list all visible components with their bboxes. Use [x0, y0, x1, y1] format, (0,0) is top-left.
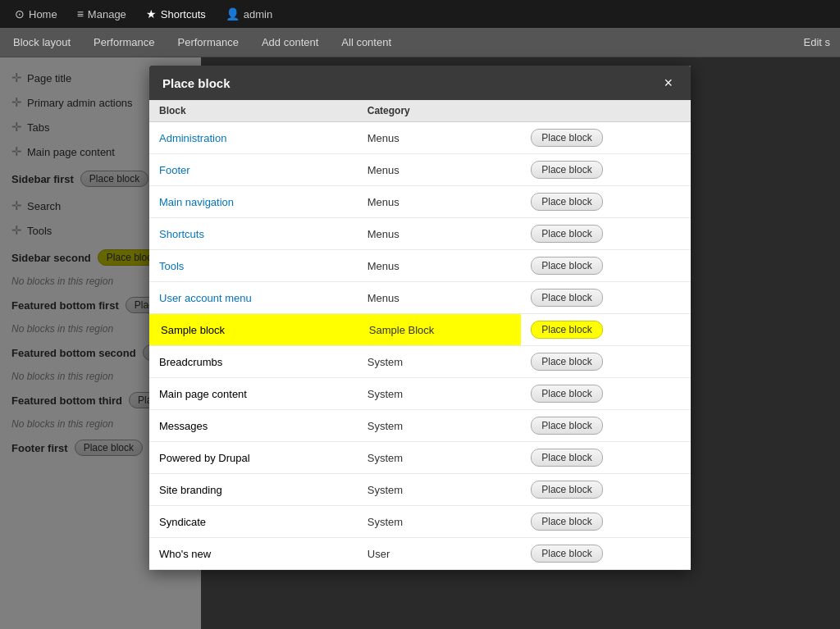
block-category-cell: System	[358, 474, 521, 506]
table-row: Main page contentSystemPlace block	[149, 378, 691, 410]
place-block-button[interactable]: Place block	[531, 289, 602, 307]
block-name-cell: Sample block	[149, 314, 358, 346]
col-category-header: Category	[358, 100, 521, 122]
block-category-cell: Sample Block	[358, 314, 521, 346]
block-name-link[interactable]: Administration	[159, 132, 226, 144]
nav-all-content[interactable]: All content	[338, 31, 395, 53]
nav-manage-label: Manage	[88, 8, 126, 21]
nav-admin-label: admin	[244, 8, 272, 21]
category-highlighted: Sample Block	[368, 323, 436, 337]
block-name-cell: Powered by Drupal	[149, 442, 358, 474]
modal-close-button[interactable]: ×	[659, 74, 678, 92]
table-row: Powered by DrupalSystemPlace block	[149, 442, 691, 474]
modal-table-wrap[interactable]: Block Category AdministrationMenusPlace …	[149, 100, 691, 570]
block-name-link[interactable]: Main navigation	[159, 196, 234, 208]
block-name-cell: Main navigation	[149, 186, 358, 218]
block-category-cell: System	[358, 442, 521, 474]
place-block-button[interactable]: Place block	[531, 225, 602, 243]
place-block-button[interactable]: Place block	[531, 129, 602, 147]
block-name-cell: Messages	[149, 410, 358, 442]
modal-title: Place block	[162, 76, 231, 90]
table-row: AdministrationMenusPlace block	[149, 122, 691, 154]
block-category-cell: Menus	[358, 250, 521, 282]
block-category-cell: Menus	[358, 122, 521, 154]
table-row: Main navigationMenusPlace block	[149, 186, 691, 218]
modal-overlay: Place block × Block Category Administrat…	[0, 57, 840, 629]
block-name-link[interactable]: Footer	[159, 164, 190, 176]
block-action-cell: Place block	[521, 186, 691, 218]
block-category-cell: System	[358, 410, 521, 442]
block-action-cell: Place block	[521, 410, 691, 442]
col-block-header: Block	[149, 100, 358, 122]
block-name-cell: Syndicate	[149, 506, 358, 538]
nav-block-layout[interactable]: Block layout	[10, 31, 74, 53]
place-block-button[interactable]: Place block	[531, 353, 602, 371]
block-name-link[interactable]: User account menu	[159, 292, 252, 304]
block-category-cell: Menus	[358, 154, 521, 186]
nav-performance2[interactable]: Performance	[175, 31, 242, 53]
block-action-cell: Place block	[521, 250, 691, 282]
block-category-cell: System	[358, 506, 521, 538]
star-icon: ★	[146, 7, 157, 21]
block-name-cell: Main page content	[149, 378, 358, 410]
nav-add-content[interactable]: Add content	[258, 31, 322, 53]
table-row: Sample blockSample BlockPlace block	[149, 314, 691, 346]
block-name-cell: Breadcrumbs	[149, 346, 358, 378]
nav-admin[interactable]: 👤 admin	[217, 4, 281, 24]
table-row: ToolsMenusPlace block	[149, 250, 691, 282]
block-name-link[interactable]: Tools	[159, 260, 184, 272]
place-block-button[interactable]: Place block	[531, 545, 602, 563]
block-name-cell: Footer	[149, 154, 358, 186]
block-action-cell: Place block	[521, 346, 691, 378]
place-block-button[interactable]: Place block	[531, 481, 602, 499]
block-action-cell: Place block	[521, 442, 691, 474]
block-action-cell: Place block	[521, 378, 691, 410]
block-name-cell: Administration	[149, 122, 358, 154]
block-action-cell: Place block	[521, 154, 691, 186]
place-block-button[interactable]: Place block	[531, 513, 602, 531]
place-block-button[interactable]: Place block	[531, 193, 602, 211]
nav-performance1[interactable]: Performance	[90, 31, 158, 53]
place-block-button[interactable]: Place block	[531, 417, 602, 435]
blocks-table: Block Category AdministrationMenusPlace …	[149, 100, 691, 570]
table-row: ShortcutsMenusPlace block	[149, 218, 691, 250]
place-block-button[interactable]: Place block	[531, 257, 602, 275]
block-name-link[interactable]: Shortcuts	[159, 228, 204, 240]
block-action-cell: Place block	[521, 506, 691, 538]
block-action-cell: Place block	[521, 314, 691, 346]
menu-icon: ≡	[77, 7, 84, 21]
place-block-button[interactable]: Place block	[531, 161, 602, 179]
nav-home[interactable]: ⊙ Home	[7, 4, 66, 24]
block-category-cell: Menus	[358, 186, 521, 218]
place-block-button[interactable]: Place block	[531, 321, 602, 339]
edit-shortcuts: Edit s	[803, 36, 830, 48]
table-row: MessagesSystemPlace block	[149, 410, 691, 442]
block-name-cell: Who's new	[149, 538, 358, 570]
table-row: BreadcrumbsSystemPlace block	[149, 346, 691, 378]
block-action-cell: Place block	[521, 218, 691, 250]
nav-shortcuts-label: Shortcuts	[161, 8, 206, 21]
place-block-button[interactable]: Place block	[531, 385, 602, 403]
nav-home-label: Home	[29, 8, 57, 21]
table-row: User account menuMenusPlace block	[149, 282, 691, 314]
block-name-cell: Site branding	[149, 474, 358, 506]
block-category-cell: System	[358, 346, 521, 378]
nav-manage[interactable]: ≡ Manage	[69, 4, 135, 24]
top-nav: ⊙ Home ≡ Manage ★ Shortcuts 👤 admin	[0, 0, 840, 28]
block-name-cell: Shortcuts	[149, 218, 358, 250]
block-category-cell: User	[358, 538, 521, 570]
table-row: Who's newUserPlace block	[149, 538, 691, 570]
place-block-modal: Place block × Block Category Administrat…	[149, 66, 691, 570]
block-name-cell: User account menu	[149, 282, 358, 314]
block-category-cell: System	[358, 378, 521, 410]
block-action-cell: Place block	[521, 538, 691, 570]
table-row: Site brandingSystemPlace block	[149, 474, 691, 506]
block-action-cell: Place block	[521, 122, 691, 154]
place-block-button[interactable]: Place block	[531, 449, 602, 467]
nav-shortcuts[interactable]: ★ Shortcuts	[138, 4, 214, 24]
block-name-highlighted: Sample block	[159, 323, 226, 337]
block-action-cell: Place block	[521, 474, 691, 506]
block-category-cell: Menus	[358, 282, 521, 314]
block-name-cell: Tools	[149, 250, 358, 282]
block-category-cell: Menus	[358, 218, 521, 250]
